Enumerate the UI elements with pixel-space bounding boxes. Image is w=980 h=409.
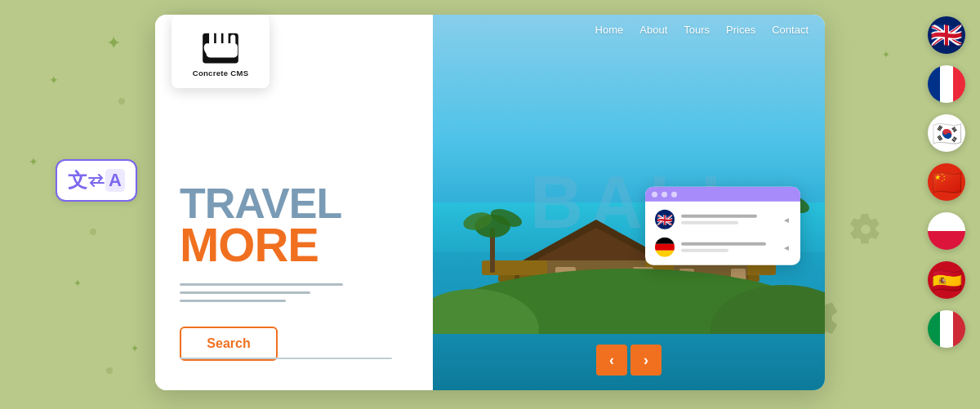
- cms-logo-box: Concrete CMS: [172, 15, 270, 88]
- english-char: A: [105, 169, 125, 192]
- text-bar: [681, 249, 728, 252]
- translation-row-en: 🇬🇧 ◄: [655, 210, 791, 229]
- chinese-char: 文: [68, 167, 87, 193]
- flag-button-cn[interactable]: [928, 163, 965, 201]
- arrow-icon: ◄: [782, 215, 791, 224]
- subtitle-line-2: [180, 291, 310, 294]
- nav-tours[interactable]: Tours: [684, 24, 710, 36]
- translate-bubble: 文 A: [56, 159, 137, 202]
- translation-card-header: [645, 187, 800, 202]
- nav-line: [180, 358, 392, 359]
- flag-button-pl[interactable]: [928, 212, 965, 250]
- subtitle-line-3: [180, 300, 286, 302]
- sparkle-icon: ✦: [131, 343, 139, 354]
- nav-bar: Home About Tours Prices Contact: [433, 15, 825, 44]
- flag-button-kr[interactable]: [928, 114, 965, 152]
- flag-button-it[interactable]: [928, 310, 965, 348]
- gear-icon: [849, 213, 882, 246]
- right-panel: Home About Tours Prices Contact BALI: [433, 15, 825, 390]
- sparkle-icon: ✦: [106, 33, 121, 54]
- sparkle-icon: ✦: [74, 278, 82, 289]
- text-bar: [681, 215, 757, 218]
- subtitle-lines: [180, 283, 408, 302]
- sparkle-icon: ✦: [49, 73, 59, 87]
- card-dot-1: [652, 191, 657, 197]
- sparkle-icon: ✦: [29, 155, 38, 168]
- swap-arrows-icon: [87, 174, 105, 187]
- de-text-bars: [681, 242, 776, 252]
- arrow-icon: ◄: [782, 242, 791, 251]
- text-bar: [681, 221, 738, 225]
- dot-decoration: [118, 98, 125, 104]
- next-arrow[interactable]: ›: [630, 345, 662, 376]
- cms-hand-icon: [198, 26, 243, 65]
- text-bar: [681, 242, 766, 246]
- search-button[interactable]: Search: [180, 327, 278, 361]
- flag-button-es[interactable]: [928, 261, 965, 299]
- translation-card: 🇬🇧 ◄: [645, 187, 800, 265]
- nav-home[interactable]: Home: [595, 24, 624, 36]
- prev-arrow[interactable]: ‹: [596, 345, 627, 376]
- subtitle-line-1: [180, 283, 343, 286]
- cms-logo-text: Concrete CMS: [193, 69, 249, 78]
- en-text-bars: [681, 215, 776, 225]
- slider-arrows: ‹ ›: [596, 345, 662, 376]
- flag-button-fr[interactable]: [928, 65, 965, 103]
- sparkle-icon: ✦: [882, 49, 890, 60]
- flags-column: [928, 16, 965, 348]
- flag-de-small: [655, 238, 675, 257]
- translation-card-body: 🇬🇧 ◄: [645, 202, 800, 265]
- flag-button-uk[interactable]: [928, 16, 965, 54]
- nav-prices[interactable]: Prices: [726, 24, 755, 36]
- nav-contact[interactable]: Contact: [772, 24, 808, 36]
- card-dot-2: [662, 191, 667, 197]
- translation-row-de: ◄: [655, 238, 791, 257]
- more-heading: MORE: [180, 221, 408, 269]
- dot-decoration: [106, 367, 113, 374]
- translate-icon-widget: 文 A: [56, 159, 137, 233]
- card-dot-3: [671, 191, 677, 197]
- flag-uk-small: 🇬🇧: [655, 210, 675, 229]
- nav-about[interactable]: About: [639, 24, 667, 36]
